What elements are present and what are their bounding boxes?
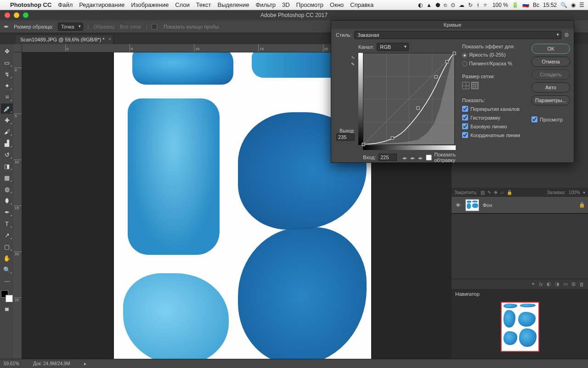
zoom-level[interactable]: 59,61% [4, 361, 19, 366]
pigment-radio[interactable] [462, 61, 467, 66]
notif-icon[interactable]: ☰ [579, 2, 584, 8]
eyedropper-tool[interactable]: 💉 [1, 104, 13, 114]
link-layers-icon[interactable]: ⚭ [531, 281, 535, 287]
menu-help[interactable]: Справка [350, 1, 373, 8]
menu-image[interactable]: Изображение [131, 1, 169, 8]
history-brush-tool[interactable]: ↺ [1, 150, 13, 160]
show-ring-checkbox[interactable] [152, 24, 157, 29]
lock-pixels-icon[interactable]: ▨ [481, 190, 485, 195]
type-tool[interactable]: T [1, 218, 13, 229]
auto-button[interactable]: Авто [531, 82, 570, 92]
group-icon[interactable]: ▭ [563, 281, 568, 287]
input-input[interactable] [379, 154, 397, 161]
ruler-origin[interactable] [14, 44, 22, 52]
dodge-tool[interactable]: ⬮ [1, 196, 13, 206]
sample-size-select[interactable]: Точка [58, 23, 83, 31]
clock-day[interactable]: Вс [533, 2, 539, 8]
histogram-checkbox[interactable] [462, 115, 468, 121]
navigator-thumbnail[interactable] [502, 303, 538, 351]
lock-pos-icon[interactable]: ✥ [494, 190, 498, 195]
background-color[interactable] [6, 295, 13, 302]
fill-value[interactable]: 100% [568, 190, 580, 195]
adjustment-icon[interactable]: ◑ [555, 281, 560, 287]
channel-select[interactable]: RGB [377, 43, 409, 51]
sys-icon[interactable]: ◐ [418, 2, 423, 8]
sys-icon[interactable]: ↻ [468, 2, 473, 8]
lock-icon[interactable]: 🔒 [579, 202, 585, 208]
ok-button[interactable]: ОК [531, 44, 570, 54]
stamp-tool[interactable]: ▟ [1, 138, 13, 148]
curves-graph[interactable] [363, 53, 455, 145]
gray-point-eyedropper-icon[interactable]: ✒ [410, 155, 415, 162]
pen-tool[interactable]: ✒ [1, 207, 13, 217]
curve-tool-draw-icon[interactable]: ✎ [333, 62, 355, 67]
battery-icon[interactable]: 🔋 [512, 2, 519, 8]
intersect-checkbox[interactable] [462, 132, 468, 138]
preview-checkbox[interactable] [531, 116, 537, 122]
curves-dialog[interactable]: Кривые Стиль: Заказная ⚙ ∿ ✎ Выход: Кана… [331, 20, 574, 163]
document-tab[interactable]: Scan10489.JPG @ 59,6% (RGB/8*) * × [16, 34, 113, 44]
zoom-tool[interactable]: 🔍 [1, 264, 13, 275]
black-point-eyedropper-icon[interactable]: ✒ [402, 155, 407, 162]
chevron-down-icon[interactable]: ▾ [583, 190, 585, 195]
flag-icon[interactable]: 🇷🇺 [522, 2, 529, 8]
minimize-window-icon[interactable] [14, 12, 19, 18]
shape-tool[interactable]: ▢ [1, 242, 13, 252]
layer-row-background[interactable]: 👁 Фон 🔒 [452, 197, 588, 213]
sys-icon[interactable]: ☁ [459, 2, 464, 8]
visibility-icon[interactable]: 👁 [454, 202, 462, 208]
smooth-button[interactable]: Сгладить [531, 69, 570, 80]
menu-view[interactable]: Просмотр [296, 1, 323, 8]
zoom-window-icon[interactable] [23, 12, 28, 18]
tab-close-icon[interactable]: × [108, 37, 111, 41]
grid-small-icon[interactable] [462, 82, 469, 89]
eraser-tool[interactable]: ◨ [1, 161, 13, 171]
menu-text[interactable]: Текст [196, 1, 211, 8]
layer-thumbnail[interactable] [465, 199, 479, 211]
wifi-icon[interactable]: ᯤ [483, 2, 489, 8]
params-button[interactable]: Параметры... [531, 95, 570, 105]
trash-icon[interactable]: 🗑 [579, 282, 584, 287]
quickmask-tool[interactable]: ◙ [1, 304, 13, 314]
menu-layers[interactable]: Слои [175, 1, 190, 8]
heal-tool[interactable]: ✚ [1, 115, 13, 125]
output-input[interactable] [336, 133, 355, 141]
menu-file[interactable]: Файл [58, 1, 73, 8]
sys-icon[interactable]: ⎋ [444, 2, 447, 8]
quick-select-tool[interactable]: ✦ [1, 80, 13, 91]
brightness-radio[interactable] [462, 53, 467, 58]
sys-icon[interactable]: ▲ [426, 2, 432, 8]
close-window-icon[interactable] [5, 12, 10, 18]
clock-time[interactable]: 15:52 [543, 2, 557, 8]
menu-edit[interactable]: Редактирование [79, 1, 124, 8]
mask-icon[interactable]: ◐ [547, 281, 551, 287]
overlays-checkbox[interactable] [462, 106, 468, 112]
lock-paint-icon[interactable]: ✎ [487, 190, 491, 195]
blur-tool[interactable]: ◍ [1, 184, 13, 194]
marquee-tool[interactable]: ▭ [1, 58, 13, 68]
new-layer-icon[interactable]: ⊞ [571, 281, 576, 287]
preset-select[interactable]: Заказная [354, 31, 561, 39]
dialog-title[interactable]: Кривые [331, 21, 574, 29]
menu-3d[interactable]: 3D [282, 1, 290, 8]
hand-tool[interactable]: ✋ [1, 253, 13, 263]
white-point-eyedropper-icon[interactable]: ✒ [418, 155, 423, 162]
sys-icon[interactable]: ⬢ [435, 2, 440, 8]
layer-name[interactable]: Фон [483, 202, 492, 208]
menu-window[interactable]: Окно [330, 1, 344, 8]
grid-large-icon[interactable] [471, 82, 479, 89]
fx-icon[interactable]: fx [539, 282, 543, 287]
cancel-button[interactable]: Отмена [531, 57, 570, 67]
color-swatches[interactable] [1, 290, 13, 302]
ruler-vertical[interactable]: 0510152025 [14, 52, 22, 359]
baseline-checkbox[interactable] [462, 123, 468, 129]
spotlight-icon[interactable]: 🔍 [560, 2, 567, 8]
curve-tool-point-icon[interactable]: ∿ [333, 55, 355, 60]
brush-tool[interactable]: 🖌 [1, 126, 13, 137]
edit-toolbar[interactable]: ⋯ [1, 276, 13, 286]
path-tool[interactable]: ↗ [1, 230, 13, 240]
crop-tool[interactable]: ⌗ [1, 92, 13, 102]
lock-all-icon[interactable]: 🔒 [507, 190, 512, 195]
show-clipping-checkbox[interactable] [426, 155, 432, 161]
bluetooth-icon[interactable]: ᚼ [476, 2, 480, 8]
